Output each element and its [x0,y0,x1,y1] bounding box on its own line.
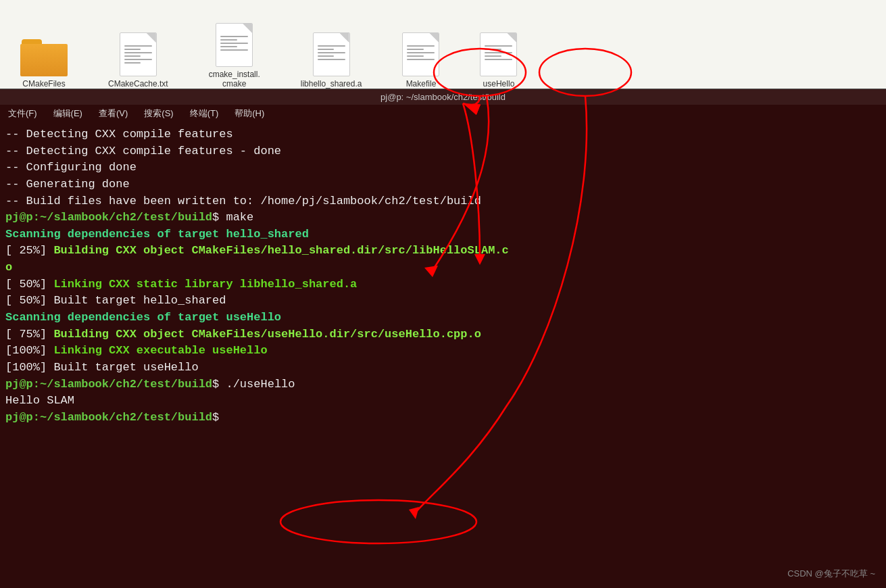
term-line-cont: o [5,260,881,276]
terminal-titlebar: pj@p: ~/slambook/ch2/test/build [0,89,886,105]
file-label-cmakecache: CMakeCache.txt [108,79,168,89]
terminal-title: pj@p: ~/slambook/ch2/test/build [380,92,506,102]
file-label-cmakeinstall: cmake_install. cmake [209,70,260,89]
menu-edit[interactable]: 编辑(E) [51,107,85,120]
folder-icon-cmakefiles [20,39,68,76]
menu-bar: 文件(F) 编辑(E) 查看(V) 搜索(S) 终端(T) 帮助(H) [0,105,886,122]
term-line-75: [ 75%] Building CXX object CMakeFiles/us… [5,326,881,343]
file-label-libhello: libhello_shared.a [301,79,362,89]
terminal-body: -- Detecting CXX compile features -- Det… [0,122,886,588]
term-line-5: -- Build files have been written to: /ho… [5,193,881,210]
watermark-text: CSDN @兔子不吃草 ~ [787,568,875,579]
file-item-makefile[interactable]: Makefile [402,32,439,89]
file-manager: CMakeFiles CMakeCache.txt [0,0,886,105]
term-line-scan1: Scanning dependencies of target hello_sh… [5,226,881,243]
file-item-cmakecache[interactable]: CMakeCache.txt [108,32,168,89]
menu-view[interactable]: 查看(V) [96,107,130,120]
term-line-25: [ 25%] Building CXX object CMakeFiles/he… [5,243,881,260]
file-label-usehello: useHello [483,79,515,89]
doc-icon-usehello [480,32,517,76]
doc-icon-libhello [313,32,350,76]
file-item-usehello[interactable]: useHello [480,32,517,89]
term-line-1: -- Detecting CXX compile features [5,126,881,143]
term-line-hello: Hello SLAM [5,393,881,410]
file-icons-row: CMakeFiles CMakeCache.txt [0,0,886,89]
file-item-cmakefiles[interactable]: CMakeFiles [20,39,68,89]
menu-terminal[interactable]: 终端(T) [187,107,222,120]
term-line-100b: [100%] Built target useHello [5,360,881,376]
term-line-2: -- Detecting CXX compile features - done [5,143,881,160]
file-item-cmakeinstall[interactable]: cmake_install. cmake [209,23,260,89]
menu-search[interactable]: 搜索(S) [141,107,176,120]
term-line-50b: [ 50%] Built target hello_shared [5,293,881,310]
term-line-100a: [100%] Linking CXX executable useHello [5,343,881,360]
term-line-scan2: Scanning dependencies of target useHello [5,310,881,326]
doc-icon-cmakecache [120,32,157,76]
term-line-4: -- Generating done [5,176,881,193]
term-line-run: pj@p:~/slambook/ch2/test/build$ ./useHel… [5,376,881,393]
terminal-section: 文件(F) 编辑(E) 查看(V) 搜索(S) 终端(T) 帮助(H) -- D… [0,105,886,588]
file-label-makefile: Makefile [406,79,437,89]
file-label-cmakefiles: CMakeFiles [22,79,65,89]
csdn-watermark: CSDN @兔子不吃草 ~ [787,568,875,580]
term-line-3: -- Configuring done [5,160,881,176]
doc-icon-makefile [402,32,439,76]
doc-icon-cmakeinstall [216,23,253,67]
term-line-end: pj@p:~/slambook/ch2/test/build$ [5,410,881,426]
menu-file[interactable]: 文件(F) [5,107,40,120]
file-item-libhello[interactable]: libhello_shared.a [301,32,362,89]
term-line-make: pj@p:~/slambook/ch2/test/build$ make [5,210,881,226]
term-line-50a: [ 50%] Linking CXX static library libhel… [5,276,881,293]
menu-help[interactable]: 帮助(H) [232,107,267,120]
